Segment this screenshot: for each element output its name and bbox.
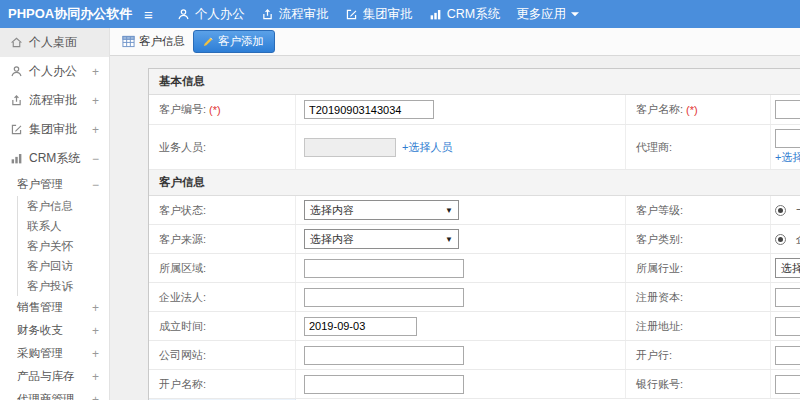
topbar-item-label: 流程审批 bbox=[279, 6, 329, 23]
expand-toggle[interactable]: + bbox=[92, 347, 99, 361]
tab-bar: 客户信息客户添加 bbox=[110, 28, 800, 56]
founding-date-input[interactable] bbox=[304, 317, 417, 336]
industry-select[interactable]: 选择内容▼ bbox=[775, 258, 800, 278]
agent-label-cell: 代理商: bbox=[626, 125, 771, 169]
edit-icon bbox=[10, 123, 23, 136]
app-logo: PHPOA协同办公软件 bbox=[0, 5, 118, 23]
sidebar-item-workflow-approval[interactable]: 流程审批+ bbox=[0, 86, 109, 115]
sidebar-item-customer-visit[interactable]: 客户回访 bbox=[17, 256, 109, 276]
customer-code-input[interactable] bbox=[304, 100, 434, 119]
sidebar-item-customer-management[interactable]: 客户管理− bbox=[0, 173, 109, 196]
caret-down-icon bbox=[571, 10, 579, 18]
sales-person-label-cell: 业务人员: bbox=[149, 125, 296, 169]
customer-category-field-cell: 企业 bbox=[771, 225, 800, 253]
field-label: 客户名称: bbox=[636, 102, 683, 117]
registered-capital-field-cell bbox=[771, 283, 800, 311]
sidebar-item-purchase-management[interactable]: 采购管理+ bbox=[0, 342, 109, 365]
registered-address-input[interactable] bbox=[775, 317, 800, 336]
form-row: 成立时间:注册地址: bbox=[149, 312, 800, 341]
sidebar-item-crm-system[interactable]: CRM系统− bbox=[0, 144, 109, 173]
form-row: 客户状态:选择内容▼客户等级:一星 bbox=[149, 196, 800, 225]
agent-input[interactable] bbox=[775, 129, 800, 148]
sales-person-picker-link[interactable]: +选择人员 bbox=[402, 140, 452, 155]
chart-icon bbox=[429, 8, 442, 21]
expand-toggle[interactable]: + bbox=[92, 123, 99, 137]
sidebar-item-label: 客户关怀 bbox=[27, 239, 73, 254]
sidebar-item-customer-complaint[interactable]: 客户投诉 bbox=[17, 276, 109, 296]
registered-capital-input[interactable] bbox=[775, 288, 800, 307]
customer-name-input[interactable] bbox=[775, 100, 800, 119]
menu-toggle-icon[interactable]: ≡ bbox=[144, 7, 153, 22]
select-value: 选择内容 bbox=[310, 232, 354, 247]
sidebar-item-customer-info[interactable]: 客户信息 bbox=[17, 196, 109, 216]
sales-person-field-cell: +选择人员 bbox=[296, 125, 626, 169]
topbar-item-crm-system[interactable]: CRM系统 bbox=[429, 6, 500, 23]
required-marker: (*) bbox=[686, 104, 698, 116]
expand-toggle[interactable]: + bbox=[92, 65, 99, 79]
region-label-cell: 所属区域: bbox=[149, 254, 296, 282]
company-website-input[interactable] bbox=[304, 346, 464, 365]
topbar-item-personal-office[interactable]: 个人办公 bbox=[177, 6, 245, 23]
customer-category-radio[interactable] bbox=[775, 234, 786, 245]
expand-toggle[interactable]: + bbox=[92, 94, 99, 108]
expand-toggle[interactable]: − bbox=[92, 152, 99, 166]
legal-person-input[interactable] bbox=[304, 288, 464, 307]
sidebar-item-contacts[interactable]: 联系人 bbox=[17, 216, 109, 236]
field-label: 客户类别: bbox=[636, 232, 683, 247]
sidebar-item-finance[interactable]: 财务收支+ bbox=[0, 319, 109, 342]
section-rows: 客户编号:(*)客户名称:(*)业务人员:+选择人员代理商:+选择代理商 bbox=[149, 95, 800, 170]
person-icon bbox=[10, 65, 23, 78]
sidebar-item-sales-management[interactable]: 销售管理+ bbox=[0, 296, 109, 319]
customer-source-select[interactable]: 选择内容▼ bbox=[304, 229, 459, 249]
bank-branch-label-cell: 开户行: bbox=[626, 341, 771, 369]
sales-person-input[interactable] bbox=[304, 138, 396, 157]
sidebar-item-label: 财务收支 bbox=[17, 323, 63, 338]
expand-toggle[interactable]: + bbox=[92, 370, 99, 384]
sidebar-item-label: 联系人 bbox=[27, 219, 62, 234]
topbar-item-workflow-approval[interactable]: 流程审批 bbox=[261, 6, 329, 23]
topbar-item-group-approval[interactable]: 集团审批 bbox=[345, 6, 413, 23]
field-label: 银行账号: bbox=[636, 377, 683, 392]
select-value: 选择内容 bbox=[781, 261, 800, 276]
field-label: 成立时间: bbox=[159, 319, 206, 334]
sidebar-item-personal-desktop[interactable]: 个人桌面 bbox=[0, 28, 109, 57]
sidebar-item-customer-care[interactable]: 客户关怀 bbox=[17, 236, 109, 256]
sidebar-item-group-approval[interactable]: 集团审批+ bbox=[0, 115, 109, 144]
customer-source-label-cell: 客户来源: bbox=[149, 225, 296, 253]
customer-code-label-cell: 客户编号:(*) bbox=[149, 95, 296, 124]
agent-picker-link[interactable]: +选择代理商 bbox=[775, 150, 800, 165]
field-label: 业务人员: bbox=[159, 140, 206, 155]
expand-toggle[interactable]: + bbox=[92, 301, 99, 315]
account-name-input[interactable] bbox=[304, 375, 464, 394]
tab-customer-info[interactable]: 客户信息 bbox=[122, 34, 185, 49]
field-label: 开户行: bbox=[636, 348, 672, 363]
bank-account-input[interactable] bbox=[775, 375, 800, 394]
main-area: 个人桌面个人办公+流程审批+集团审批+CRM系统−客户管理−客户信息联系人客户关… bbox=[0, 28, 800, 400]
sidebar-item-personal-office[interactable]: 个人办公+ bbox=[0, 57, 109, 86]
sidebar-item-label: 产品与库存 bbox=[17, 369, 75, 384]
customer-status-select[interactable]: 选择内容▼ bbox=[304, 200, 459, 220]
field-label: 企业法人: bbox=[159, 290, 206, 305]
field-label: 所属行业: bbox=[636, 261, 683, 276]
bank-branch-input[interactable] bbox=[775, 346, 800, 365]
sidebar-item-label: 个人桌面 bbox=[29, 34, 77, 51]
expand-toggle[interactable]: − bbox=[92, 178, 99, 192]
sidebar-item-label: 集团审批 bbox=[29, 121, 77, 138]
customer-level-label-cell: 客户等级: bbox=[626, 196, 771, 224]
topbar-item-more-apps[interactable]: 更多应用 bbox=[516, 6, 579, 23]
registered-address-label-cell: 注册地址: bbox=[626, 312, 771, 340]
field-label: 注册地址: bbox=[636, 319, 683, 334]
form-row: 业务人员:+选择人员代理商:+选择代理商 bbox=[149, 125, 800, 170]
sidebar-item-agent-management[interactable]: 代理商管理+ bbox=[0, 388, 109, 400]
form-row: 客户编号:(*)客户名称:(*) bbox=[149, 95, 800, 125]
expand-toggle[interactable]: + bbox=[92, 393, 99, 400]
sidebar-item-label: 客户管理 bbox=[17, 177, 63, 192]
bank-account-label-cell: 银行账号: bbox=[626, 370, 771, 398]
sidebar-item-label: 销售管理 bbox=[17, 300, 63, 315]
customer-level-radio[interactable] bbox=[775, 205, 786, 216]
expand-toggle[interactable]: + bbox=[92, 324, 99, 338]
region-input[interactable] bbox=[304, 259, 464, 278]
tab-customer-add[interactable]: 客户添加 bbox=[193, 30, 275, 53]
customer-name-label-cell: 客户名称:(*) bbox=[626, 95, 771, 124]
sidebar-item-product-inventory[interactable]: 产品与库存+ bbox=[0, 365, 109, 388]
